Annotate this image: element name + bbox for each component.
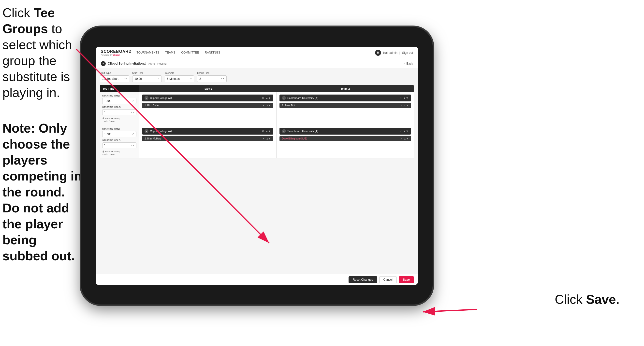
team2-controls-g1: ✕ ▲▼ [400, 96, 408, 100]
sub-player-arrows-g2[interactable]: ▲▼ [404, 137, 408, 140]
add-group-1-button[interactable]: + Add Group [102, 120, 136, 123]
player2-g1[interactable]: 1. Rees Britt ✕ ▲▼ [280, 103, 411, 108]
start-time-input[interactable]: 10:00 ⏱ [132, 75, 162, 82]
group-size-input[interactable]: 2 ▲▼ [197, 75, 227, 82]
team1-expand-icon-g2[interactable]: ▲▼ [266, 130, 271, 133]
bottom-bar: Reset Changes Cancel Save [96, 274, 418, 285]
start-config: Start Type 1st Tee Start ▲▼ Start Time 1… [100, 72, 414, 82]
save-button[interactable]: Save [399, 276, 414, 283]
trash-icon-2: 🗑 [102, 150, 104, 153]
remove-group-1-button[interactable]: 🗑 Remove Group [102, 117, 136, 120]
group-2-team2: ● Scoreboard University (A) ✕ ▲▼ Dave Bi… [276, 125, 414, 158]
team1-card-g2[interactable]: ● Clippd College (A) ✕ ▲▼ [142, 128, 273, 135]
th-team2: Team 2 [276, 85, 414, 92]
group-2-team1: ● Clippd College (A) ✕ ▲▼ 2. Blair McHar… [139, 125, 276, 158]
group-2-hole-input[interactable]: 1 ▲▼ [102, 142, 136, 148]
team2-card-g2[interactable]: ● Scoreboard University (A) ✕ ▲▼ [280, 128, 411, 135]
logo-area: SCOREBOARD Powered by clippd [101, 49, 132, 56]
config-start-time: Start Time 10:00 ⏱ [132, 72, 162, 82]
intervals-input[interactable]: 5 Minutes ⏱ [165, 75, 194, 82]
sub-player-g2[interactable]: Dave Billingham (SUB) ✕ ▲▼ [280, 136, 411, 141]
group-1-hole-input[interactable]: 1 ▲▼ [102, 109, 136, 115]
start-time-label: Start Time [132, 72, 162, 74]
player1-g2[interactable]: 2. Blair McHarg ✕ ▲▼ [142, 136, 273, 141]
start-type-input[interactable]: 1st Tee Start ▲▼ [100, 75, 129, 82]
tournament-name: Clippd Spring Invitational [108, 62, 146, 65]
config-group-size: Group Size 2 ▲▼ [197, 72, 227, 82]
remove-group-2-button[interactable]: 🗑 Remove Group [102, 150, 136, 153]
group-size-arrows: ▲▼ [220, 78, 224, 80]
nav-rankings[interactable]: RANKINGS [205, 50, 220, 56]
config-start-type: Start Type 1st Tee Start ▲▼ [100, 72, 129, 82]
player1-name-g1: 1. Rich Butler [144, 104, 159, 107]
team1-x-icon-g2[interactable]: ✕ [262, 130, 264, 133]
back-button[interactable]: < Back [404, 62, 413, 65]
player1-arrows-g1[interactable]: ▲▼ [266, 104, 271, 107]
team2-icon-g1: ● [282, 96, 286, 100]
team1-icon-g1: ● [144, 96, 148, 100]
sign-out-link[interactable]: Sign out [402, 51, 413, 54]
intervals-arrows: ⏱ [190, 78, 192, 80]
group-1-time-input[interactable]: 10:00 ⏱ [102, 98, 136, 104]
team1-expand-icon-g1[interactable]: ▲▼ [266, 96, 271, 99]
nav-teams[interactable]: TEAMS [165, 50, 175, 56]
add-group-2-button[interactable]: + Add Group [102, 153, 136, 156]
sub-player-x-g2[interactable]: ✕ [400, 137, 402, 140]
player1-arrows-g2[interactable]: ▲▼ [266, 137, 271, 140]
group-2-time-input[interactable]: 10:05 ⏱ [102, 131, 136, 137]
start-time-arrows: ⏱ [158, 78, 160, 80]
player1-x-g1[interactable]: ✕ [262, 104, 264, 107]
team1-name-g2: ● Clippd College (A) [144, 129, 172, 133]
logo-scoreboard: SCOREBOARD [101, 49, 132, 54]
player1-name-g2: 2. Blair McHarg [144, 137, 162, 140]
player2-name-g1: 1. Rees Britt [282, 104, 296, 107]
team1-controls-g1: ✕ ▲▼ [262, 96, 271, 100]
team1-card-g1[interactable]: ● Clippd College (A) ✕ ▲▼ [142, 94, 273, 101]
team2-card-g1[interactable]: ● Scoreboard University (A) ✕ ▲▼ [280, 94, 411, 101]
nav-items: TOURNAMENTS TEAMS COMMITTEE RANKINGS [137, 50, 375, 56]
top-annotation: Click Tee Groups to select which group t… [2, 5, 79, 101]
team2-expand-icon-g2[interactable]: ▲▼ [403, 130, 408, 133]
username: blair admin [383, 51, 398, 54]
group-row-1: STARTING TIME: 10:00 ⏱ STARTING HOLE: 1 … [100, 92, 414, 125]
tournament-icon: B [101, 61, 106, 66]
group-1-time-label: STARTING TIME: [102, 94, 136, 97]
group-2-time-label: STARTING TIME: [102, 128, 136, 130]
reset-changes-button[interactable]: Reset Changes [348, 276, 377, 283]
tournament-gender: (Men) [148, 62, 155, 65]
cancel-button[interactable]: Cancel [379, 276, 397, 283]
table-header: Tee Time Team 1 Team 2 [100, 85, 414, 92]
player2-arrows-g1[interactable]: ▲▼ [404, 104, 408, 107]
hosting-label: Hosting [157, 62, 166, 65]
team1-icon-g2: ● [144, 129, 148, 133]
group-1-team2: ● Scoreboard University (A) ✕ ▲▼ 1. Rees… [276, 92, 414, 125]
intervals-label: Intervals [165, 72, 194, 74]
team1-x-icon-g1[interactable]: ✕ [262, 96, 264, 100]
nav-tournaments[interactable]: TOURNAMENTS [137, 50, 159, 56]
logo-powered: Powered by clippd [101, 54, 132, 56]
team2-expand-icon-g1[interactable]: ▲▼ [403, 96, 408, 99]
main-content: Start Type 1st Tee Start ▲▼ Start Time 1… [96, 68, 418, 274]
player1-x-g2[interactable]: ✕ [262, 137, 264, 140]
plus-icon: + [102, 120, 104, 123]
group-size-label: Group Size [197, 72, 227, 74]
navbar: SCOREBOARD Powered by clippd TOURNAMENTS… [96, 47, 418, 59]
start-type-arrows: ▲▼ [123, 78, 127, 80]
plus-icon-2: + [102, 153, 104, 156]
sub-header: B Clippd Spring Invitational (Men) Hosti… [96, 59, 418, 68]
tablet-device: SCOREBOARD Powered by clippd TOURNAMENTS… [81, 27, 432, 305]
team2-x-icon-g2[interactable]: ✕ [400, 130, 402, 133]
player2-x-g1[interactable]: ✕ [400, 104, 402, 107]
player1-g1[interactable]: 1. Rich Butler ✕ ▲▼ [142, 103, 273, 108]
th-tee-time: Tee Time [100, 85, 139, 92]
sub-player-controls-g2: ✕ ▲▼ [400, 137, 408, 140]
group-row-2: STARTING TIME: 10:05 ⏱ STARTING HOLE: 1 … [100, 125, 414, 158]
tablet-screen: SCOREBOARD Powered by clippd TOURNAMENTS… [96, 47, 418, 285]
team2-x-icon-g1[interactable]: ✕ [400, 96, 402, 100]
team2-icon-g2: ● [282, 129, 286, 133]
trash-icon: 🗑 [102, 117, 104, 120]
group-1-team1: ● Clippd College (A) ✕ ▲▼ 1. Rich Butler… [139, 92, 276, 125]
nav-committee[interactable]: COMMITTEE [181, 50, 199, 56]
team1-name-g1: ● Clippd College (A) [144, 96, 172, 100]
group-1-actions: 🗑 Remove Group + Add Group [102, 117, 136, 123]
